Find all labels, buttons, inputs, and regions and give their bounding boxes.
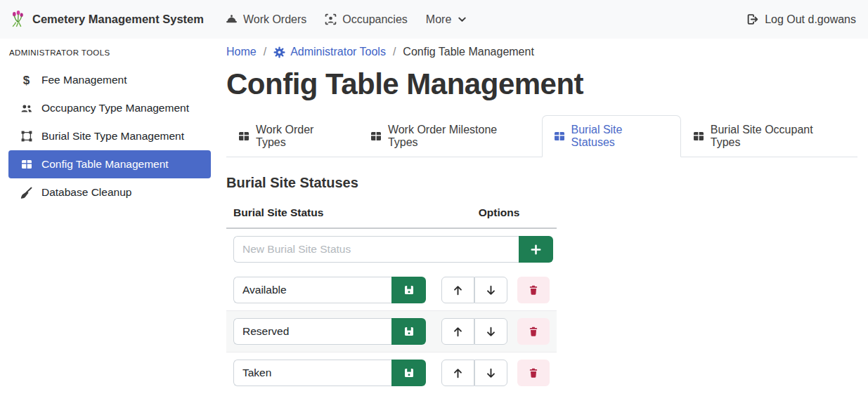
tab-label: Burial Site Occupant Types [711,124,846,149]
sidebar-item-database-cleanup[interactable]: Database Cleanup [8,178,211,206]
table-icon [20,159,32,170]
move-down-button[interactable] [474,360,507,386]
trash-icon [528,367,539,378]
tulip-logo-icon [11,11,25,28]
table-row [226,310,557,353]
chevron-down-icon [457,14,467,25]
people-icon [20,103,32,114]
arrow-up-icon [452,367,464,379]
logout-icon [746,13,758,25]
move-down-button[interactable] [474,318,507,345]
gear-icon [273,46,285,58]
save-icon [403,326,415,337]
breadcrumb-separator: / [393,46,396,58]
sidebar-item-label: Occupancy Type Management [41,102,189,114]
page-title: Config Table Management [226,67,857,101]
delete-button[interactable] [517,360,550,386]
status-input[interactable] [233,360,391,386]
breadcrumb-label: Home [226,46,257,58]
main-content: Home / Administrator Tools / Config [218,39,868,393]
move-up-button[interactable] [441,318,474,345]
table-icon [238,131,250,142]
save-button[interactable] [391,360,426,386]
person-frame-icon [325,13,337,25]
tab-burial-site-statuses[interactable]: Burial Site Statuses [542,115,681,157]
arrow-down-icon [485,284,497,296]
column-header-options: Options [441,202,557,228]
logout-button[interactable]: Log Out d.gowans [745,8,857,32]
sidebar-header: ADMINISTRATOR TOOLS [9,48,211,57]
nav-item-occupancies[interactable]: Occupancies [316,8,417,32]
top-navbar: Cemetery Management System Work Orders [0,0,868,39]
nav-item-work-orders[interactable]: Work Orders [216,8,316,32]
tab-bar: Work Order Types Work Order Milestone Ty… [226,115,857,157]
status-input[interactable] [233,318,391,345]
table-row [226,270,557,310]
nav-item-label: More [426,13,451,26]
section-heading: Burial Site Statuses [226,175,857,191]
tab-label: Work Order Milestone Types [388,124,530,149]
sidebar-item-burial-site-type-management[interactable]: Burial Site Type Management [8,122,211,150]
bounding-box-icon [20,131,32,142]
broom-icon [20,187,32,199]
sidebar-item-label: Database Cleanup [41,186,131,199]
tab-label: Work Order Types [256,124,346,149]
navbar-links: Work Orders Occupancies More [216,8,477,32]
table-header-row: Burial Site Status Options [226,202,557,229]
breadcrumb-separator: / [264,46,266,58]
save-button[interactable] [391,277,426,303]
new-status-input[interactable] [233,236,519,263]
breadcrumb-label: Administrator Tools [290,46,386,58]
breadcrumb-home-link[interactable]: Home [226,46,257,58]
move-up-button[interactable] [441,277,474,303]
arrow-down-icon [485,326,497,338]
tab-work-order-types[interactable]: Work Order Types [226,115,358,157]
move-down-button[interactable] [474,277,507,303]
sidebar-item-label: Burial Site Type Management [41,130,184,143]
logout-label: Log Out d.gowans [765,13,856,26]
column-header-status: Burial Site Status [226,202,441,228]
sidebar-item-fee-management[interactable]: $ Fee Management [8,66,211,94]
sidebar-item-occupancy-type-management[interactable]: Occupancy Type Management [8,94,211,122]
breadcrumb-admin-tools-link[interactable]: Administrator Tools [273,46,386,58]
table-row-new [226,229,557,270]
tab-work-order-milestone-types[interactable]: Work Order Milestone Types [358,115,542,157]
nav-item-more[interactable]: More [417,8,477,32]
tab-burial-site-occupant-types[interactable]: Burial Site Occupant Types [681,115,857,157]
table-icon [370,131,382,142]
arrow-up-icon [452,284,464,296]
move-up-button[interactable] [441,360,474,386]
table-icon [693,131,704,142]
reorder-button-group [441,360,507,386]
save-button[interactable] [391,318,426,345]
delete-button[interactable] [517,318,550,345]
dollar-icon: $ [20,74,32,86]
breadcrumb-current: Config Table Management [403,46,534,58]
brand-title: Cemetery Management System [32,13,204,26]
hard-hat-icon [226,13,238,25]
sidebar: ADMINISTRATOR TOOLS $ Fee Management Occ… [0,39,218,206]
sidebar-item-label: Fee Management [41,74,127,86]
reorder-button-group [441,318,507,345]
brand-link[interactable]: Cemetery Management System [11,11,204,28]
save-icon [403,284,415,296]
sidebar-item-label: Config Table Management [41,158,169,171]
reorder-button-group [441,277,507,303]
nav-item-label: Work Orders [243,13,306,26]
table-row [226,353,557,393]
delete-button[interactable] [517,277,550,303]
config-table: Burial Site Status Options [226,202,557,393]
add-status-button[interactable] [519,236,553,263]
table-icon [554,131,565,142]
sidebar-item-config-table-management[interactable]: Config Table Management [8,150,211,178]
tab-label: Burial Site Statuses [571,124,669,149]
status-input[interactable] [233,277,391,303]
breadcrumb: Home / Administrator Tools / Config [226,46,857,58]
trash-icon [528,284,539,296]
arrow-down-icon [485,367,497,379]
save-icon [403,367,415,378]
plus-icon [530,244,542,256]
nav-item-label: Occupancies [342,13,408,26]
arrow-up-icon [452,326,464,338]
trash-icon [528,326,539,337]
